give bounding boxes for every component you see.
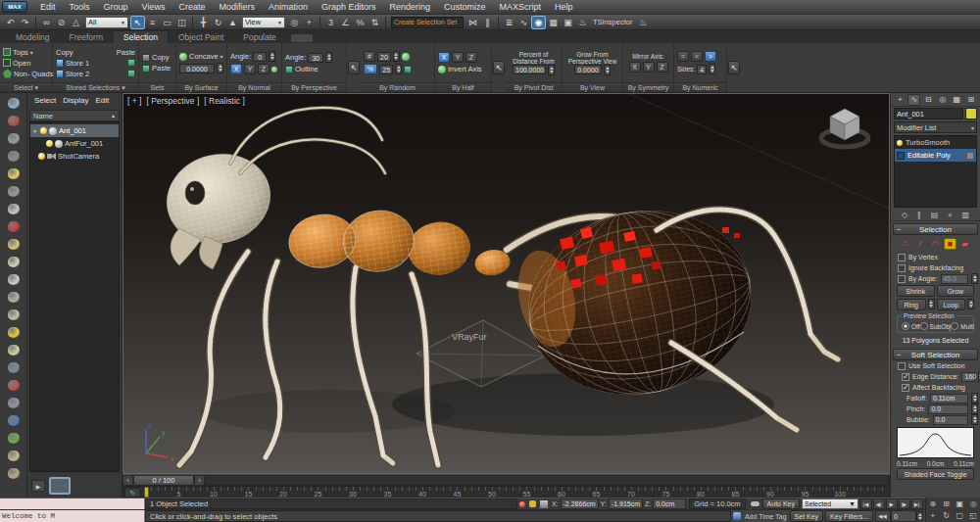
menu-group[interactable]: Group xyxy=(97,2,135,12)
previous-frame-icon[interactable]: ◀| xyxy=(873,498,885,509)
display-panel-icon[interactable] xyxy=(2,112,25,129)
plane-primitive-icon[interactable] xyxy=(2,235,25,253)
subobject-level-icon[interactable] xyxy=(966,152,974,160)
shaded-face-toggle-button[interactable]: Shaded Face Toggle xyxy=(897,468,974,480)
by-angle-field[interactable]: 45.0 xyxy=(941,274,968,284)
y-coordinate-field[interactable]: -1.915cm xyxy=(609,498,643,509)
create-tab-icon[interactable]: + xyxy=(894,94,906,106)
configure-modifier-icon[interactable]: ▥ xyxy=(961,211,969,219)
tree-node-shotcamera[interactable]: ShotCamera xyxy=(30,150,119,163)
menu-animation[interactable]: Animation xyxy=(262,2,315,12)
ant-thorax[interactable] xyxy=(285,189,512,303)
hierarchy-tab-icon[interactable]: ⊟ xyxy=(922,94,935,106)
select-cursor-button[interactable]: ↖ xyxy=(348,61,360,74)
random-count-field[interactable]: 20 xyxy=(377,52,391,62)
ribbon-display-toggle-icon[interactable] xyxy=(290,33,314,43)
object-name-field[interactable]: Ant_001 xyxy=(894,108,963,119)
explorer-menu-display[interactable]: Display xyxy=(63,96,88,105)
utilities-tab-icon[interactable]: ⊞ xyxy=(964,94,977,106)
fov-icon[interactable]: ◎ xyxy=(966,498,980,510)
menu-create[interactable]: Create xyxy=(172,2,212,12)
half-y-button[interactable]: Y xyxy=(452,52,464,63)
store-1-button[interactable]: Store 1 xyxy=(66,59,89,68)
ribbon-tab-modeling[interactable]: Modeling xyxy=(6,31,60,43)
bubble-field[interactable]: 0.0 xyxy=(933,415,968,425)
maximize-viewport-icon[interactable]: ◱ xyxy=(966,510,980,522)
paste-1-icon[interactable] xyxy=(127,59,135,67)
store-icon[interactable] xyxy=(56,70,64,78)
curve-editor-icon[interactable]: ∿ xyxy=(516,16,531,29)
pin-stack-icon[interactable]: ◇ xyxy=(902,211,907,219)
menu-customize[interactable]: Customize xyxy=(437,2,493,12)
ribbon-tab-selection[interactable]: Selection xyxy=(113,30,169,43)
ignore-backfacing-checkbox[interactable] xyxy=(898,264,906,272)
panel-label-select[interactable]: Select ▾ xyxy=(0,82,52,92)
random-percent-field[interactable]: 25 xyxy=(379,65,393,74)
half-x-button[interactable]: X xyxy=(438,52,450,63)
bind-to-space-warp-icon[interactable]: △ xyxy=(69,16,83,29)
sets-paste-button[interactable]: Paste xyxy=(142,64,172,72)
menu-edit[interactable]: Edit xyxy=(33,2,63,12)
isolate-pin-icon[interactable] xyxy=(517,498,527,509)
dome-primitive-icon[interactable] xyxy=(2,253,25,270)
numeric-equal-button[interactable]: = xyxy=(677,51,689,62)
spinner[interactable] xyxy=(971,403,978,414)
motion-tab-icon[interactable]: ◎ xyxy=(936,94,949,106)
spinner[interactable] xyxy=(325,52,332,63)
invert-axis-button[interactable]: Invert Axis xyxy=(438,65,488,73)
normal-dots-icon[interactable] xyxy=(271,67,277,72)
spinner[interactable] xyxy=(604,65,611,75)
light-bulb-icon[interactable] xyxy=(2,165,25,182)
play-icon[interactable]: ▶ xyxy=(886,498,898,509)
select-manipulate-icon[interactable]: + xyxy=(302,16,317,29)
next-frame-arrow[interactable]: › xyxy=(194,475,205,486)
selection-lock-icon[interactable] xyxy=(527,498,538,509)
menu-views[interactable]: Views xyxy=(135,2,172,12)
outline-button[interactable]: Outline xyxy=(285,65,343,73)
select-object-icon[interactable]: ↖ xyxy=(130,16,145,29)
waves-icon[interactable] xyxy=(2,358,25,376)
undo-icon[interactable]: ↶ xyxy=(3,16,18,29)
falloff-field[interactable]: 0.11cm xyxy=(930,394,968,403)
normal-z-button[interactable]: Z xyxy=(258,64,270,74)
viewport-canvas[interactable]: VRayFur xyxy=(122,93,890,474)
explorer-menu-select[interactable]: Select xyxy=(34,96,56,105)
zoom-icon[interactable]: ⊕ xyxy=(926,498,940,510)
random-invert-icon[interactable] xyxy=(404,66,412,73)
rectangular-region-icon[interactable]: ▭ xyxy=(160,16,174,29)
menu-modifiers[interactable]: Modifiers xyxy=(212,2,262,12)
gamepad-icon[interactable] xyxy=(2,394,25,411)
random-select-icon[interactable] xyxy=(402,53,410,61)
maxscript-listener-line[interactable]: Welcome to M xyxy=(0,510,145,522)
viewport-layout-tab[interactable] xyxy=(49,477,71,495)
modifier-list-dropdown[interactable]: Modifier List▾ xyxy=(894,121,977,133)
menu-help[interactable]: Help xyxy=(548,2,580,12)
normal-x-button[interactable]: X xyxy=(230,64,242,74)
layer-manager-icon[interactable]: ≣ xyxy=(502,16,516,29)
region-zoom-icon[interactable]: ▢ xyxy=(954,510,967,522)
by-vertex-checkbox[interactable] xyxy=(898,254,906,261)
spinner[interactable] xyxy=(395,64,402,74)
viewcube[interactable] xyxy=(821,109,868,147)
redo-icon[interactable]: ↷ xyxy=(18,16,32,29)
polygon-subobject-icon[interactable]: ■ xyxy=(944,238,956,250)
tsinspector-teapot-icon[interactable]: ♨ xyxy=(635,16,650,29)
surface-tolerance-field[interactable]: 0.0000 xyxy=(179,64,215,73)
spinner[interactable] xyxy=(916,511,923,521)
cone-primitive-icon[interactable] xyxy=(2,306,25,323)
menu-maxscript[interactable]: MAXScript xyxy=(493,2,549,12)
select-tops-button[interactable]: Tops▾ xyxy=(3,48,49,57)
spinner-snap-icon[interactable]: ⇅ xyxy=(368,16,382,29)
symmetry-y-button[interactable]: Y xyxy=(643,62,655,72)
select-and-link-icon[interactable]: ∞ xyxy=(39,16,54,29)
key-filters-button[interactable]: Key Filters... xyxy=(825,510,873,522)
snap-toggle-icon[interactable]: 3 xyxy=(323,16,338,29)
pan-icon[interactable]: + xyxy=(926,510,940,522)
panel-label-by-view[interactable]: By View xyxy=(563,82,622,92)
panel-label-by-pivot[interactable]: By Pivot Dist xyxy=(506,82,562,92)
globe-icon[interactable] xyxy=(2,411,25,429)
shrink-button[interactable]: Shrink xyxy=(897,285,935,297)
object-color-swatch[interactable] xyxy=(965,108,977,119)
perspective-viewport[interactable]: VRayFur xyxy=(122,93,890,474)
tree-node-antfur[interactable]: AntFur_001 xyxy=(30,137,119,150)
